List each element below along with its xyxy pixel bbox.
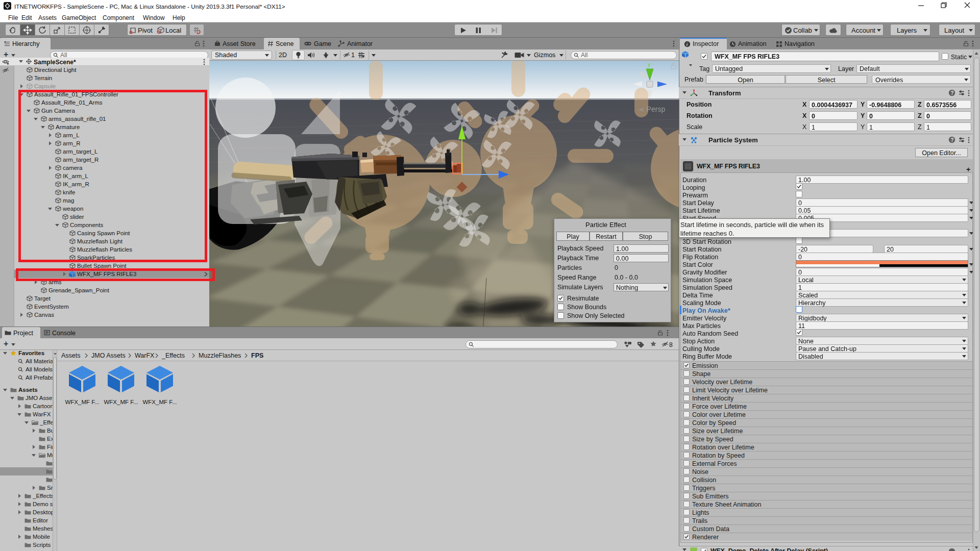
svg-text:y: y — [648, 61, 651, 67]
svg-text:⋖ Persp: ⋖ Persp — [639, 105, 665, 113]
svg-text:?: ? — [951, 90, 954, 96]
svg-text:?: ? — [951, 137, 954, 143]
